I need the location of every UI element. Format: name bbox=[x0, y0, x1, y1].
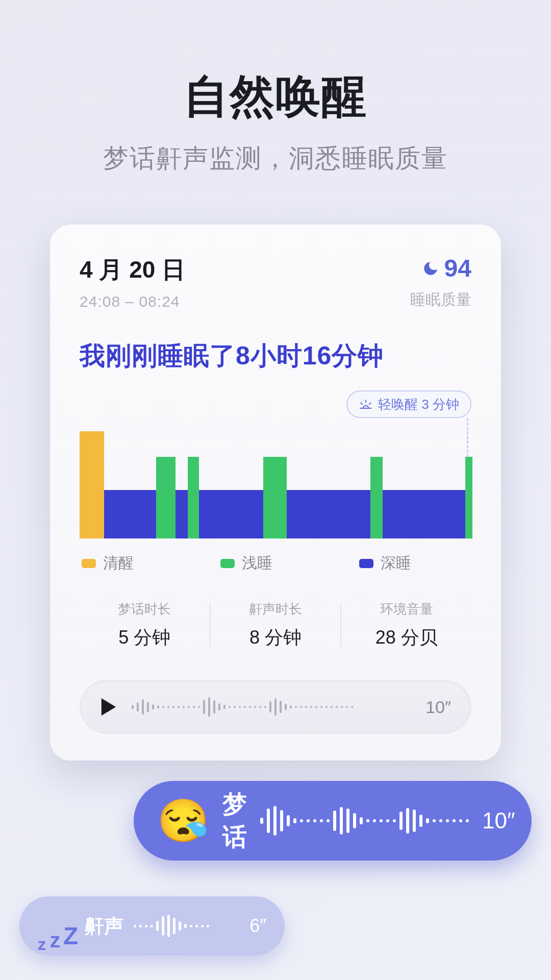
sleepy-face-icon: 😪 bbox=[157, 800, 209, 842]
hero-subtitle: 梦话鼾声监测，洞悉睡眠质量 bbox=[0, 141, 551, 176]
audio-player[interactable]: 10″ bbox=[80, 680, 471, 734]
report-time-range: 24:08 – 08:24 bbox=[80, 293, 185, 310]
legend-swatch-deep bbox=[359, 559, 373, 568]
legend-light: 浅睡 bbox=[220, 553, 272, 574]
stat-dream-talk: 梦话时长 5 分钟 bbox=[80, 600, 210, 650]
stat-env-noise: 环境音量 28 分贝 bbox=[341, 600, 471, 650]
legend-swatch-light bbox=[220, 559, 235, 568]
play-icon[interactable] bbox=[100, 697, 117, 717]
chart-legend: 清醒 浅睡 深睡 bbox=[80, 553, 471, 574]
sleep-stage-chart: 轻唤醒 3 分钟 bbox=[80, 390, 471, 538]
player-waveform bbox=[132, 694, 411, 720]
report-date: 4 月 20 日 bbox=[80, 254, 185, 286]
stat-snore: 鼾声时长 8 分钟 bbox=[211, 600, 341, 650]
stats-row: 梦话时长 5 分钟 鼾声时长 8 分钟 环境音量 28 分贝 bbox=[80, 600, 471, 650]
bar-light bbox=[263, 457, 287, 538]
bar-light bbox=[370, 457, 383, 538]
legend-deep: 深睡 bbox=[359, 553, 411, 574]
bar-light bbox=[465, 457, 472, 538]
dream-bubble-waveform bbox=[260, 805, 469, 836]
snore-bubble-label: 鼾声 bbox=[85, 913, 123, 939]
moon-icon bbox=[422, 260, 439, 277]
sleep-score-value: 94 bbox=[444, 254, 471, 282]
player-duration: 10″ bbox=[425, 697, 451, 717]
bar-light bbox=[156, 457, 176, 538]
hero-title: 自然唤醒 bbox=[0, 66, 551, 127]
snore-bubble-duration: 6″ bbox=[249, 915, 266, 937]
sleep-duration-headline: 我刚刚睡眠了8小时16分钟 bbox=[80, 339, 471, 373]
sleep-report-card: 4 月 20 日 24:08 – 08:24 94 睡眠质量 我刚刚睡眠了8小时… bbox=[50, 225, 501, 761]
dream-bubble-label: 梦话 bbox=[222, 788, 247, 853]
bar-awake bbox=[80, 431, 104, 538]
sleep-score: 94 bbox=[410, 254, 471, 282]
sleep-score-label: 睡眠质量 bbox=[410, 289, 471, 310]
legend-swatch-awake bbox=[82, 559, 96, 568]
dream-bubble-duration: 10″ bbox=[482, 808, 515, 834]
gentle-wake-label: 轻唤醒 3 分钟 bbox=[378, 396, 459, 413]
snore-bubble-waveform bbox=[134, 915, 239, 937]
dream-talk-bubble[interactable]: 😪 梦话 10″ bbox=[134, 781, 532, 861]
bar-light bbox=[188, 457, 199, 538]
sunrise-icon bbox=[359, 399, 373, 410]
snore-bubble[interactable]: zzZ 鼾声 6″ bbox=[19, 896, 285, 955]
gentle-wake-pill[interactable]: 轻唤醒 3 分钟 bbox=[346, 390, 471, 418]
legend-awake: 清醒 bbox=[82, 553, 134, 574]
